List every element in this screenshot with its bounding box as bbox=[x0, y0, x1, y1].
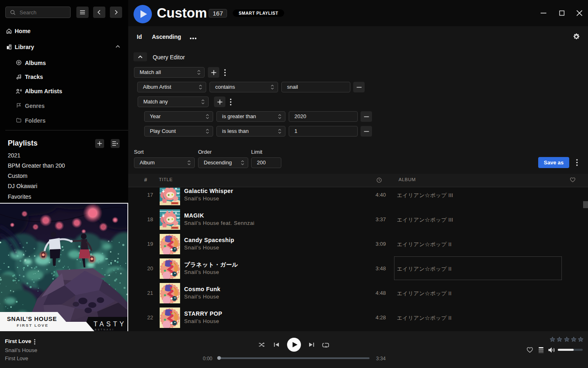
svg-text:TASTY: TASTY bbox=[94, 321, 126, 328]
svg-text:FIRST LOVE: FIRST LOVE bbox=[17, 323, 49, 328]
svg-text:SNAIL’S HOUSE: SNAIL’S HOUSE bbox=[7, 316, 57, 322]
svg-text:BSTNAXI: BSTNAXI bbox=[95, 328, 114, 331]
